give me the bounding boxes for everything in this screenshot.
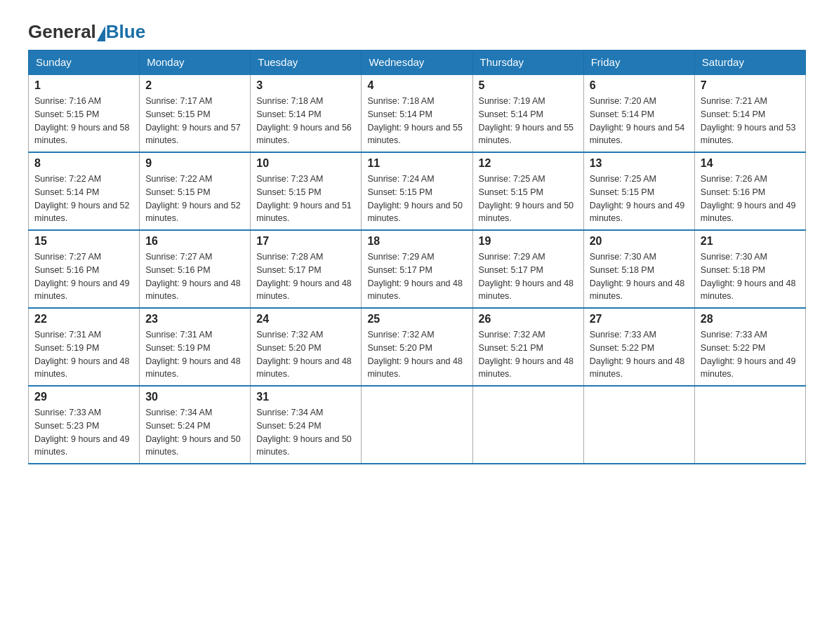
weekday-header-saturday: Saturday — [694, 51, 805, 75]
day-info: Sunrise: 7:25 AMSunset: 5:15 PMDaylight:… — [590, 174, 685, 223]
day-number: 9 — [145, 157, 244, 170]
calendar-cell: 21 Sunrise: 7:30 AMSunset: 5:18 PMDaylig… — [694, 230, 805, 308]
calendar-cell: 26 Sunrise: 7:32 AMSunset: 5:21 PMDaylig… — [472, 308, 583, 386]
day-number: 15 — [34, 235, 133, 248]
day-number: 17 — [256, 235, 355, 248]
calendar-cell — [583, 386, 694, 464]
day-number: 2 — [145, 79, 244, 92]
day-info: Sunrise: 7:20 AMSunset: 5:14 PMDaylight:… — [590, 96, 685, 145]
day-info: Sunrise: 7:27 AMSunset: 5:16 PMDaylight:… — [34, 252, 130, 301]
calendar-cell: 29 Sunrise: 7:33 AMSunset: 5:23 PMDaylig… — [29, 386, 140, 464]
day-info: Sunrise: 7:34 AMSunset: 5:24 PMDaylight:… — [256, 408, 352, 457]
calendar-cell: 12 Sunrise: 7:25 AMSunset: 5:15 PMDaylig… — [472, 152, 583, 230]
calendar-cell: 10 Sunrise: 7:23 AMSunset: 5:15 PMDaylig… — [251, 152, 362, 230]
day-number: 20 — [590, 235, 689, 248]
day-info: Sunrise: 7:16 AMSunset: 5:15 PMDaylight:… — [34, 96, 130, 145]
day-number: 26 — [479, 313, 578, 326]
weekday-header-monday: Monday — [140, 51, 251, 75]
day-number: 14 — [701, 157, 800, 170]
day-number: 18 — [367, 235, 466, 248]
calendar-cell: 6 Sunrise: 7:20 AMSunset: 5:14 PMDayligh… — [583, 74, 694, 152]
day-info: Sunrise: 7:21 AMSunset: 5:14 PMDaylight:… — [701, 96, 796, 145]
weekday-header-thursday: Thursday — [472, 51, 583, 75]
day-info: Sunrise: 7:19 AMSunset: 5:14 PMDaylight:… — [479, 96, 574, 145]
calendar-cell: 17 Sunrise: 7:28 AMSunset: 5:17 PMDaylig… — [251, 230, 362, 308]
day-number: 8 — [34, 157, 133, 170]
day-number: 1 — [34, 79, 133, 92]
weekday-header-friday: Friday — [583, 51, 694, 75]
calendar-cell: 3 Sunrise: 7:18 AMSunset: 5:14 PMDayligh… — [251, 74, 362, 152]
day-number: 13 — [590, 157, 689, 170]
calendar-cell — [362, 386, 472, 464]
day-info: Sunrise: 7:25 AMSunset: 5:15 PMDaylight:… — [479, 174, 574, 223]
day-info: Sunrise: 7:28 AMSunset: 5:17 PMDaylight:… — [256, 252, 352, 301]
calendar-cell: 8 Sunrise: 7:22 AMSunset: 5:14 PMDayligh… — [29, 152, 140, 230]
day-number: 24 — [256, 313, 355, 326]
day-info: Sunrise: 7:31 AMSunset: 5:19 PMDaylight:… — [34, 330, 130, 379]
day-number: 3 — [256, 79, 355, 92]
day-number: 6 — [590, 79, 689, 92]
day-number: 10 — [256, 157, 355, 170]
day-info: Sunrise: 7:22 AMSunset: 5:14 PMDaylight:… — [34, 174, 130, 223]
weekday-header-wednesday: Wednesday — [362, 51, 472, 75]
calendar-week-row: 1 Sunrise: 7:16 AMSunset: 5:15 PMDayligh… — [29, 74, 806, 152]
day-info: Sunrise: 7:29 AMSunset: 5:17 PMDaylight:… — [479, 252, 574, 301]
day-info: Sunrise: 7:33 AMSunset: 5:22 PMDaylight:… — [590, 330, 685, 379]
logo: General Blue — [28, 21, 145, 43]
calendar-cell: 20 Sunrise: 7:30 AMSunset: 5:18 PMDaylig… — [583, 230, 694, 308]
calendar-cell: 30 Sunrise: 7:34 AMSunset: 5:24 PMDaylig… — [140, 386, 251, 464]
calendar-week-row: 15 Sunrise: 7:27 AMSunset: 5:16 PMDaylig… — [29, 230, 806, 308]
page-header: General Blue — [28, 21, 806, 43]
calendar-cell: 19 Sunrise: 7:29 AMSunset: 5:17 PMDaylig… — [472, 230, 583, 308]
day-number: 19 — [479, 235, 578, 248]
day-info: Sunrise: 7:27 AMSunset: 5:16 PMDaylight:… — [145, 252, 241, 301]
day-info: Sunrise: 7:30 AMSunset: 5:18 PMDaylight:… — [590, 252, 685, 301]
calendar-cell: 18 Sunrise: 7:29 AMSunset: 5:17 PMDaylig… — [362, 230, 472, 308]
calendar-cell: 31 Sunrise: 7:34 AMSunset: 5:24 PMDaylig… — [251, 386, 362, 464]
logo-blue-text: Blue — [106, 21, 145, 43]
calendar-cell: 1 Sunrise: 7:16 AMSunset: 5:15 PMDayligh… — [29, 74, 140, 152]
day-number: 16 — [145, 235, 244, 248]
day-info: Sunrise: 7:18 AMSunset: 5:14 PMDaylight:… — [256, 96, 352, 145]
day-number: 11 — [367, 157, 466, 170]
calendar-cell: 23 Sunrise: 7:31 AMSunset: 5:19 PMDaylig… — [140, 308, 251, 386]
day-number: 12 — [479, 157, 578, 170]
day-number: 30 — [145, 391, 244, 403]
calendar-cell: 14 Sunrise: 7:26 AMSunset: 5:16 PMDaylig… — [694, 152, 805, 230]
day-number: 22 — [34, 313, 133, 326]
day-number: 7 — [701, 79, 800, 92]
day-number: 4 — [367, 79, 466, 92]
calendar-cell: 28 Sunrise: 7:33 AMSunset: 5:22 PMDaylig… — [694, 308, 805, 386]
day-info: Sunrise: 7:32 AMSunset: 5:20 PMDaylight:… — [367, 330, 463, 379]
day-info: Sunrise: 7:22 AMSunset: 5:15 PMDaylight:… — [145, 174, 241, 223]
calendar-cell: 13 Sunrise: 7:25 AMSunset: 5:15 PMDaylig… — [583, 152, 694, 230]
calendar-cell — [472, 386, 583, 464]
calendar-week-row: 29 Sunrise: 7:33 AMSunset: 5:23 PMDaylig… — [29, 386, 806, 464]
day-info: Sunrise: 7:31 AMSunset: 5:19 PMDaylight:… — [145, 330, 241, 379]
calendar-cell: 9 Sunrise: 7:22 AMSunset: 5:15 PMDayligh… — [140, 152, 251, 230]
weekday-header-sunday: Sunday — [29, 51, 140, 75]
calendar-cell: 7 Sunrise: 7:21 AMSunset: 5:14 PMDayligh… — [694, 74, 805, 152]
day-number: 5 — [479, 79, 578, 92]
calendar-cell: 5 Sunrise: 7:19 AMSunset: 5:14 PMDayligh… — [472, 74, 583, 152]
day-number: 28 — [701, 313, 800, 326]
day-number: 27 — [590, 313, 689, 326]
day-info: Sunrise: 7:33 AMSunset: 5:23 PMDaylight:… — [34, 408, 130, 457]
calendar-cell: 24 Sunrise: 7:32 AMSunset: 5:20 PMDaylig… — [251, 308, 362, 386]
calendar-cell: 16 Sunrise: 7:27 AMSunset: 5:16 PMDaylig… — [140, 230, 251, 308]
day-number: 31 — [256, 391, 355, 403]
weekday-header-row: SundayMondayTuesdayWednesdayThursdayFrid… — [29, 51, 806, 75]
logo-general-text: General — [28, 21, 96, 43]
calendar-cell: 15 Sunrise: 7:27 AMSunset: 5:16 PMDaylig… — [29, 230, 140, 308]
calendar-week-row: 8 Sunrise: 7:22 AMSunset: 5:14 PMDayligh… — [29, 152, 806, 230]
day-info: Sunrise: 7:33 AMSunset: 5:22 PMDaylight:… — [701, 330, 796, 379]
day-info: Sunrise: 7:32 AMSunset: 5:20 PMDaylight:… — [256, 330, 352, 379]
day-number: 23 — [145, 313, 244, 326]
day-info: Sunrise: 7:32 AMSunset: 5:21 PMDaylight:… — [479, 330, 574, 379]
day-number: 29 — [34, 391, 133, 403]
day-number: 25 — [367, 313, 466, 326]
day-number: 21 — [701, 235, 800, 248]
calendar-cell — [694, 386, 805, 464]
calendar-cell: 22 Sunrise: 7:31 AMSunset: 5:19 PMDaylig… — [29, 308, 140, 386]
day-info: Sunrise: 7:29 AMSunset: 5:17 PMDaylight:… — [367, 252, 463, 301]
